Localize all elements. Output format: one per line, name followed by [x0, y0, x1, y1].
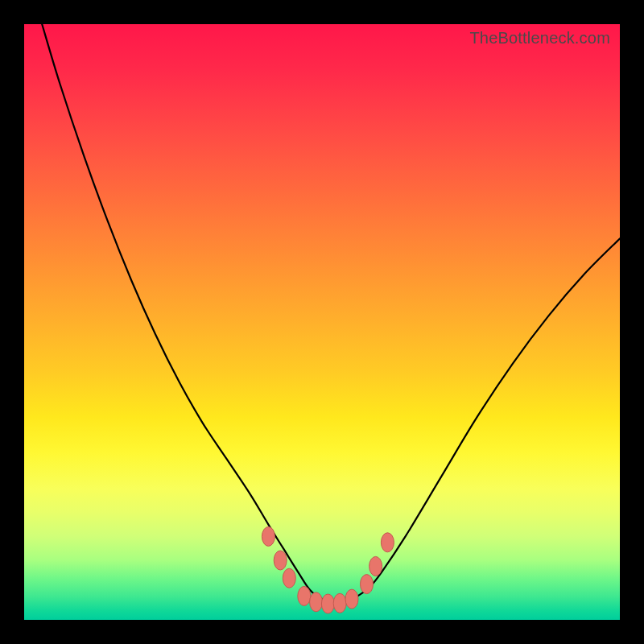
curve-bead — [333, 593, 346, 613]
curve-bead — [298, 586, 311, 605]
curve-bead — [361, 575, 374, 594]
plot-area: TheBottleneck.com — [24, 24, 620, 620]
curve-bead — [283, 568, 295, 588]
curve-bead — [262, 526, 275, 546]
curve-bead — [369, 556, 382, 576]
curve-bead — [321, 594, 334, 613]
curve-beads — [262, 526, 394, 613]
bottleneck-curve — [24, 24, 620, 620]
curve-bead — [345, 589, 358, 609]
curve-bead — [274, 551, 287, 570]
curve-line — [42, 24, 620, 602]
curve-bead — [381, 533, 394, 552]
curve-bead — [310, 592, 323, 612]
chart-frame: TheBottleneck.com — [0, 0, 644, 644]
